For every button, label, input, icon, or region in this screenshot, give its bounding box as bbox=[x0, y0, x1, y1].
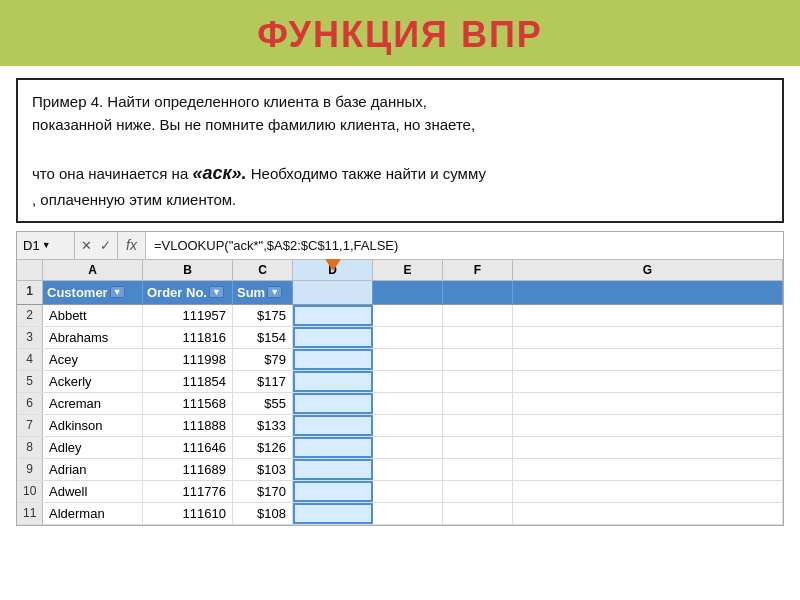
desc-highlight: «аск». bbox=[192, 163, 246, 183]
cell-g[interactable] bbox=[513, 393, 783, 414]
cell-g[interactable] bbox=[513, 415, 783, 436]
cell-sum[interactable]: $55 bbox=[233, 393, 293, 414]
cell-g[interactable] bbox=[513, 371, 783, 392]
cell-reference[interactable]: D1 ▼ bbox=[17, 232, 75, 259]
cell-order[interactable]: 111957 bbox=[143, 305, 233, 326]
filter-btn-customer[interactable]: ▼ bbox=[110, 286, 125, 298]
table-row: 6 Acreman 111568 $55 bbox=[17, 393, 783, 415]
cell-f[interactable] bbox=[443, 305, 513, 326]
cell-customer[interactable]: Adrian bbox=[43, 459, 143, 480]
cell-f[interactable] bbox=[443, 349, 513, 370]
cell-g[interactable] bbox=[513, 481, 783, 502]
cell-g[interactable] bbox=[513, 503, 783, 524]
col-header-g: G bbox=[513, 260, 783, 280]
cell-order[interactable]: 111854 bbox=[143, 371, 233, 392]
cell-f[interactable] bbox=[443, 327, 513, 348]
cell-sum[interactable]: $79 bbox=[233, 349, 293, 370]
cell-customer[interactable]: Adley bbox=[43, 437, 143, 458]
cell-customer[interactable]: Adwell bbox=[43, 481, 143, 502]
cell-sum[interactable]: $126 bbox=[233, 437, 293, 458]
table-row: 5 Ackerly 111854 $117 bbox=[17, 371, 783, 393]
cell-e[interactable] bbox=[373, 481, 443, 502]
col-header-e: E bbox=[373, 260, 443, 280]
cell-sum[interactable]: $154 bbox=[233, 327, 293, 348]
cell-customer[interactable]: Alderman bbox=[43, 503, 143, 524]
cell-e[interactable] bbox=[373, 371, 443, 392]
filter-btn-sum[interactable]: ▼ bbox=[267, 286, 282, 298]
cell-f[interactable] bbox=[443, 459, 513, 480]
cell-order[interactable]: 111646 bbox=[143, 437, 233, 458]
cell-f[interactable] bbox=[443, 371, 513, 392]
cell-customer[interactable]: Acey bbox=[43, 349, 143, 370]
cell-d[interactable] bbox=[293, 503, 373, 524]
cell-order[interactable]: 111816 bbox=[143, 327, 233, 348]
cell-sum[interactable]: $170 bbox=[233, 481, 293, 502]
header-order: Order No. ▼ bbox=[143, 281, 233, 304]
cell-d[interactable] bbox=[293, 327, 373, 348]
cell-d[interactable] bbox=[293, 305, 373, 326]
cell-rownum: 5 bbox=[17, 371, 43, 392]
table-row: 10 Adwell 111776 $170 bbox=[17, 481, 783, 503]
cell-sum[interactable]: $175 bbox=[233, 305, 293, 326]
cell-sum[interactable]: $108 bbox=[233, 503, 293, 524]
cell-e[interactable] bbox=[373, 503, 443, 524]
cell-d[interactable] bbox=[293, 481, 373, 502]
cell-customer[interactable]: Abrahams bbox=[43, 327, 143, 348]
desc-line2: показанной ниже. Вы не помните фамилию к… bbox=[32, 116, 475, 133]
cell-sum[interactable]: $103 bbox=[233, 459, 293, 480]
cell-e[interactable] bbox=[373, 459, 443, 480]
cell-sum[interactable]: $117 bbox=[233, 371, 293, 392]
cell-d[interactable] bbox=[293, 415, 373, 436]
cell-f[interactable] bbox=[443, 437, 513, 458]
cell-e[interactable] bbox=[373, 305, 443, 326]
cell-sum[interactable]: $133 bbox=[233, 415, 293, 436]
cell-order[interactable]: 111776 bbox=[143, 481, 233, 502]
cell-f[interactable] bbox=[443, 415, 513, 436]
desc-line3-suffix: Необходимо также найти и сумму bbox=[247, 165, 486, 182]
cell-g[interactable] bbox=[513, 305, 783, 326]
cell-customer[interactable]: Adkinson bbox=[43, 415, 143, 436]
cell-f[interactable] bbox=[443, 503, 513, 524]
cell-d[interactable] bbox=[293, 349, 373, 370]
cell-ref-arrow[interactable]: ▼ bbox=[42, 240, 51, 250]
cell-e[interactable] bbox=[373, 437, 443, 458]
cell-g[interactable] bbox=[513, 349, 783, 370]
cancel-icon[interactable]: ✕ bbox=[79, 238, 94, 253]
cell-order[interactable]: 111568 bbox=[143, 393, 233, 414]
cell-customer[interactable]: Acreman bbox=[43, 393, 143, 414]
cell-rownum: 9 bbox=[17, 459, 43, 480]
table-row: 9 Adrian 111689 $103 bbox=[17, 459, 783, 481]
cell-d[interactable] bbox=[293, 437, 373, 458]
table-row: 8 Adley 111646 $126 bbox=[17, 437, 783, 459]
confirm-icon[interactable]: ✓ bbox=[98, 238, 113, 253]
cell-e[interactable] bbox=[373, 327, 443, 348]
cell-e[interactable] bbox=[373, 393, 443, 414]
cell-order[interactable]: 111610 bbox=[143, 503, 233, 524]
filter-btn-order[interactable]: ▼ bbox=[209, 286, 224, 298]
cell-f[interactable] bbox=[443, 481, 513, 502]
cell-d[interactable] bbox=[293, 371, 373, 392]
cell-order[interactable]: 111998 bbox=[143, 349, 233, 370]
cell-e[interactable] bbox=[373, 349, 443, 370]
cell-customer[interactable]: Abbett bbox=[43, 305, 143, 326]
cell-g[interactable] bbox=[513, 437, 783, 458]
col-header-c: C bbox=[233, 260, 293, 280]
header-row-num: 1 bbox=[17, 281, 43, 304]
fx-label: fx bbox=[118, 232, 146, 259]
table-row: 2 Abbett 111957 $175 bbox=[17, 305, 783, 327]
cell-g[interactable] bbox=[513, 459, 783, 480]
cell-d[interactable] bbox=[293, 393, 373, 414]
header-f bbox=[443, 281, 513, 304]
cell-g[interactable] bbox=[513, 327, 783, 348]
cell-rownum: 4 bbox=[17, 349, 43, 370]
table-row: 7 Adkinson 111888 $133 bbox=[17, 415, 783, 437]
cell-e[interactable] bbox=[373, 415, 443, 436]
cell-order[interactable]: 111689 bbox=[143, 459, 233, 480]
d-column-arrow bbox=[325, 259, 341, 271]
cell-rownum: 2 bbox=[17, 305, 43, 326]
formula-content[interactable]: =VLOOKUP("ack*",$A$2:$C$11,1,FALSE) bbox=[146, 232, 783, 259]
cell-d[interactable] bbox=[293, 459, 373, 480]
cell-f[interactable] bbox=[443, 393, 513, 414]
cell-order[interactable]: 111888 bbox=[143, 415, 233, 436]
cell-customer[interactable]: Ackerly bbox=[43, 371, 143, 392]
